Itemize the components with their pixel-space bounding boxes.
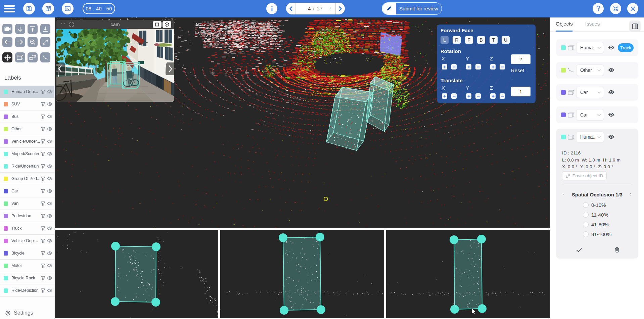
face-button-r[interactable]: R xyxy=(453,36,461,44)
tool-camera-view[interactable] xyxy=(2,24,12,34)
object-visibility-toggle[interactable] xyxy=(608,45,614,51)
translate-y-minus-button[interactable] xyxy=(475,93,481,99)
object-card-1[interactable]: Huma... Track xyxy=(556,39,638,56)
label-row-human-depi[interactable]: Human-Depi... xyxy=(0,86,54,98)
label-row-group-of-ped[interactable]: Group Of Ped... xyxy=(0,173,54,185)
object-class-select[interactable]: Car xyxy=(576,109,604,121)
collapse-sidebar-button[interactable] xyxy=(629,20,641,32)
filter-icon[interactable] xyxy=(41,152,45,156)
rotation-x-minus-button[interactable] xyxy=(451,64,457,70)
eye-icon[interactable] xyxy=(47,226,52,230)
eye-icon[interactable] xyxy=(47,164,52,168)
eye-icon[interactable] xyxy=(47,139,52,143)
rotation-z-plus-button[interactable] xyxy=(490,64,496,70)
translate-step-input[interactable]: 1 xyxy=(511,87,531,96)
filter-icon[interactable] xyxy=(41,226,45,231)
frame-indicator[interactable]: 4 / 17 ⋮ xyxy=(295,3,335,14)
panel-drag-handle[interactable]: • • • xyxy=(165,18,174,21)
eye-icon[interactable] xyxy=(47,214,52,218)
submit-for-review-button[interactable]: Submit for review xyxy=(382,2,442,15)
object-card-3[interactable]: Car xyxy=(556,84,638,101)
docs-button[interactable] xyxy=(42,3,54,14)
rotation-step-input[interactable]: 2 xyxy=(511,54,531,64)
eye-icon[interactable] xyxy=(47,115,52,119)
translate-y-plus-button[interactable] xyxy=(466,93,471,99)
eye-icon[interactable] xyxy=(47,102,52,106)
filter-icon[interactable] xyxy=(41,276,45,280)
label-row-bicycle-rack[interactable]: Bicycle Rack xyxy=(0,272,54,284)
label-row-truck[interactable]: Truck xyxy=(0,222,54,235)
object-class-select[interactable]: Other xyxy=(576,64,604,76)
label-row-pedestrian[interactable]: Pedestrian xyxy=(0,210,54,222)
tool-cuboid[interactable] xyxy=(15,52,25,62)
image-view-button[interactable] xyxy=(153,21,162,28)
label-row-vehicle-depi[interactable]: Vehicle-Depi... xyxy=(0,235,54,247)
object-card-2[interactable]: Other xyxy=(556,62,638,79)
face-button-f[interactable]: F xyxy=(465,36,473,44)
filter-icon[interactable] xyxy=(41,115,45,119)
tool-curve[interactable] xyxy=(40,52,50,62)
eye-icon[interactable] xyxy=(47,127,52,131)
tool-align-bottom[interactable] xyxy=(40,24,50,34)
filter-icon[interactable] xyxy=(41,288,45,293)
filter-icon[interactable] xyxy=(41,127,45,131)
next-frame-button[interactable] xyxy=(336,3,345,14)
face-button-b[interactable]: B xyxy=(477,36,485,44)
object-card-4[interactable]: Car xyxy=(556,106,638,123)
menu-icon[interactable] xyxy=(4,5,15,12)
paste-object-id-button[interactable]: Paste object ID xyxy=(562,171,607,180)
save-button[interactable] xyxy=(23,3,35,14)
tool-cuboid-multi[interactable] xyxy=(28,52,38,62)
tool-next[interactable] xyxy=(15,37,25,47)
tool-move[interactable] xyxy=(2,52,12,62)
object-card-5[interactable]: Huma... ID : 2116L: 0.8 m W: 1.0 m H: 1.… xyxy=(556,129,638,259)
tool-align-top[interactable] xyxy=(28,24,38,34)
radio-icon[interactable] xyxy=(583,231,589,237)
occlusion-option-41-80[interactable]: 41-80% xyxy=(562,222,632,227)
filter-icon[interactable] xyxy=(41,264,45,268)
object-class-select[interactable]: Car xyxy=(576,87,604,98)
tool-view-down[interactable] xyxy=(15,24,25,34)
radio-icon[interactable] xyxy=(583,202,589,208)
camera-image[interactable]: P xyxy=(56,29,174,102)
tool-prev[interactable] xyxy=(2,37,12,47)
radio-icon[interactable] xyxy=(583,212,589,218)
filter-icon[interactable] xyxy=(41,102,45,106)
filter-icon[interactable] xyxy=(41,164,45,169)
filter-icon[interactable] xyxy=(41,139,45,144)
occlusion-option-81-100[interactable]: 81-100% xyxy=(562,231,632,237)
eye-icon[interactable] xyxy=(47,264,52,268)
track-button[interactable]: Track xyxy=(618,43,634,52)
eye-icon[interactable] xyxy=(47,90,52,94)
tool-expand[interactable] xyxy=(40,37,50,47)
filter-icon[interactable] xyxy=(41,177,45,181)
translate-x-plus-button[interactable] xyxy=(442,93,447,99)
console-button[interactable] xyxy=(62,3,74,14)
reset-button[interactable]: Reset xyxy=(511,67,524,73)
label-row-van[interactable]: Van xyxy=(0,197,54,210)
tab-issues[interactable]: Issues xyxy=(585,21,600,27)
label-row-bicycle[interactable]: Bicycle xyxy=(0,247,54,260)
eye-icon[interactable] xyxy=(47,276,52,280)
collapse-button[interactable] xyxy=(610,3,621,14)
cube-view-button[interactable] xyxy=(163,21,171,28)
tab-objects[interactable]: Objects xyxy=(556,21,573,27)
label-row-ride-uncertain[interactable]: Ride/Uncertain xyxy=(0,160,54,173)
rotation-x-plus-button[interactable] xyxy=(442,64,447,70)
label-row-bus[interactable]: Bus xyxy=(0,110,54,123)
occlusion-prev-icon[interactable] xyxy=(562,192,565,197)
occlusion-next-icon[interactable] xyxy=(629,192,632,197)
object-class-select[interactable]: Huma... xyxy=(576,42,604,53)
translate-z-plus-button[interactable] xyxy=(490,93,496,99)
label-row-car[interactable]: Car xyxy=(0,185,54,197)
eye-icon[interactable] xyxy=(47,201,52,206)
label-row-other[interactable]: Other xyxy=(0,123,54,135)
eye-icon[interactable] xyxy=(47,288,52,292)
face-button-l[interactable]: L xyxy=(441,36,449,44)
camera-panel-titlebar[interactable]: ⋯ cam xyxy=(56,20,174,29)
rotation-y-minus-button[interactable] xyxy=(475,64,481,70)
filter-icon[interactable] xyxy=(41,251,45,256)
filter-icon[interactable] xyxy=(41,201,45,206)
info-button[interactable] xyxy=(266,3,277,14)
eye-icon[interactable] xyxy=(47,239,52,243)
